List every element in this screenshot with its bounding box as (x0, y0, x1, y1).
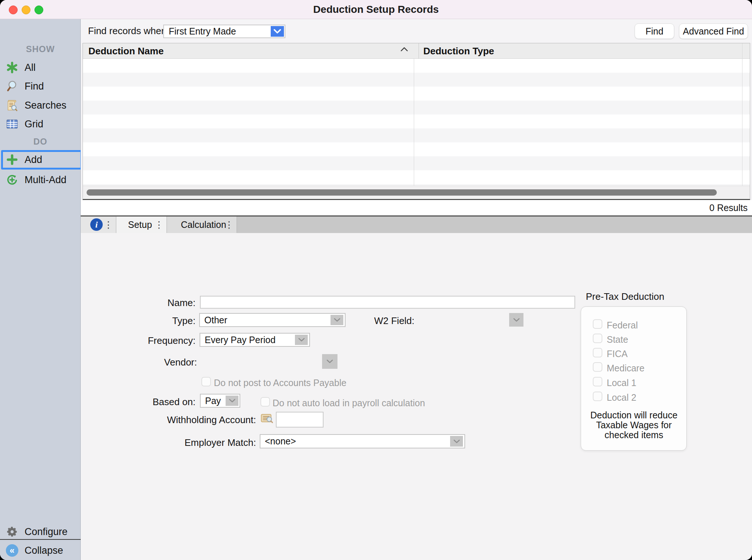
frequency-label: Frequency: (122, 335, 196, 346)
name-label: Name: (122, 297, 196, 309)
ledger-search-icon[interactable] (261, 413, 273, 425)
pretax-checkbox-federal[interactable] (593, 319, 602, 329)
sidebar-item-label: Configure (25, 526, 67, 538)
pretax-checkbox-local1[interactable] (593, 377, 602, 386)
sidebar-item-all[interactable]: All (0, 58, 81, 77)
sidebar-item-find[interactable]: Find (0, 77, 81, 95)
sidebar-item-label: All (25, 62, 36, 73)
title-bar: Deduction Setup Records (0, 0, 752, 19)
chevron-down-icon[interactable] (450, 436, 463, 447)
plus-icon (6, 153, 19, 166)
sidebar-item-multi-add[interactable]: Multi-Add (0, 171, 81, 189)
sidebar-item-label: Multi-Add (25, 174, 66, 186)
name-input[interactable] (200, 296, 575, 309)
chevron-down-icon[interactable] (271, 26, 284, 37)
sidebar-item-searches[interactable]: Searches (0, 96, 81, 114)
based-on-value: Pay (205, 394, 221, 407)
tab-calculation[interactable]: Calculation ⋮ (167, 217, 237, 233)
do-not-post-label: Do not post to Accounts Payable (214, 378, 346, 388)
type-dropdown[interactable]: Other (199, 313, 346, 327)
column-header-deduction-type[interactable]: Deduction Type (419, 43, 494, 59)
withholding-account-input[interactable] (276, 412, 324, 428)
results-status-bar: 0 Results (81, 200, 752, 215)
info-icon[interactable]: i (90, 218, 103, 231)
table-header: Deduction Name Deduction Type (83, 43, 750, 59)
chevron-up-icon[interactable] (400, 47, 408, 53)
sidebar-item-grid[interactable]: Grid (0, 115, 81, 133)
results-count: 0 Results (709, 200, 748, 215)
grid-icon (6, 117, 19, 131)
pretax-checkbox-local2[interactable] (593, 392, 602, 401)
sidebar-item-label: Grid (25, 119, 43, 130)
advanced-find-button[interactable]: Advanced Find (679, 23, 748, 39)
sidebar-item-collapse[interactable]: « Collapse (0, 541, 81, 560)
pretax-label-fica: FICA (607, 349, 628, 359)
sidebar-item-label: Searches (25, 100, 66, 111)
chevron-down-icon[interactable] (295, 335, 308, 345)
results-table: Deduction Name Deduction Type (83, 43, 750, 200)
pretax-note: Deduction will reduce Taxable Wages for … (586, 410, 682, 440)
sidebar-heading-show: SHOW (0, 44, 81, 54)
table-body-empty-rows (83, 59, 750, 186)
pretax-label-state: State (607, 334, 628, 345)
pretax-label-local2: Local 2 (607, 392, 636, 403)
based-on-dropdown[interactable]: Pay (200, 394, 240, 408)
tab-setup-label: Setup (128, 217, 152, 233)
segment-menu-dots[interactable]: ⋮ (224, 217, 234, 233)
tab-bar: i ⋮ Setup ⋮ Calculation ⋮ (81, 215, 752, 233)
vendor-dropdown[interactable] (322, 354, 337, 369)
magnifier-icon (6, 80, 19, 93)
pretax-label-federal: Federal (607, 320, 638, 331)
do-not-post-checkbox[interactable] (201, 377, 211, 386)
column-header-deduction-name[interactable]: Deduction Name (88, 43, 164, 59)
gear-icon (6, 525, 19, 538)
results-table-region: Deduction Name Deduction Type (81, 43, 752, 200)
collapse-chevrons-icon: « (6, 544, 19, 557)
find-records-where-label: Find records where (88, 19, 170, 43)
pretax-label-local1: Local 1 (607, 378, 636, 388)
pretax-title: Pre-Tax Deduction (586, 291, 664, 302)
pretax-checkbox-medicare[interactable] (593, 362, 602, 372)
tab-calculation-label: Calculation (181, 217, 226, 233)
frequency-value: Every Pay Period (205, 334, 275, 346)
horizontal-scrollbar-track[interactable] (83, 186, 750, 198)
segment-menu-dots[interactable]: ⋮ (154, 217, 164, 233)
sidebar-item-label: Find (25, 81, 44, 92)
employer-match-dropdown[interactable]: <none> (260, 434, 465, 448)
do-not-autoload-checkbox[interactable] (260, 397, 270, 407)
w2-field-label: W2 Field: (374, 315, 448, 327)
vendor-label: Vendor: (124, 357, 197, 368)
sidebar-item-label: Add (25, 154, 42, 166)
frequency-dropdown[interactable]: Every Pay Period (200, 333, 310, 347)
w2-field-dropdown[interactable] (509, 313, 523, 327)
withholding-account-label: Withholding Account: (146, 414, 256, 426)
pretax-panel: Federal State FICA Medicare Local 1 Loca… (581, 306, 687, 451)
tab-info-segment[interactable]: i ⋮ (81, 217, 116, 233)
setup-form: Name: Type: Other W2 Field: Frequency: E… (81, 233, 752, 560)
pretax-checkbox-state[interactable] (593, 334, 602, 343)
horizontal-scrollbar-thumb[interactable] (87, 189, 717, 196)
page-title: Deduction Setup Records (0, 0, 752, 19)
pretax-checkbox-fica[interactable] (593, 348, 602, 357)
find-filter-dropdown[interactable]: First Entry Made (163, 25, 285, 38)
do-not-autoload-label: Do not auto load in payroll calculation (273, 398, 425, 408)
employer-match-value: <none> (265, 435, 296, 448)
tab-setup[interactable]: Setup ⋮ (116, 217, 167, 233)
sidebar-item-configure[interactable]: Configure (0, 523, 81, 541)
chevron-down-icon[interactable] (331, 315, 343, 325)
employer-match-label: Employer Match: (146, 437, 256, 448)
type-value: Other (204, 314, 227, 326)
chevron-down-icon[interactable] (226, 396, 238, 406)
sidebar: SHOW All Find Searches Grid DO (0, 19, 81, 560)
find-button[interactable]: Find (635, 23, 674, 39)
sidebar-item-add[interactable]: Add (0, 150, 81, 169)
scroll-column-divider (742, 43, 742, 186)
column-divider[interactable] (414, 59, 414, 186)
app-window: Deduction Setup Records SHOW All Find Se… (0, 0, 752, 560)
find-filter-value: First Entry Made (169, 25, 236, 37)
segment-menu-dots[interactable]: ⋮ (104, 217, 113, 233)
type-label: Type: (122, 315, 196, 327)
saved-searches-icon (6, 99, 19, 112)
asterisk-icon (6, 61, 19, 74)
based-on-label: Based on: (122, 396, 196, 408)
